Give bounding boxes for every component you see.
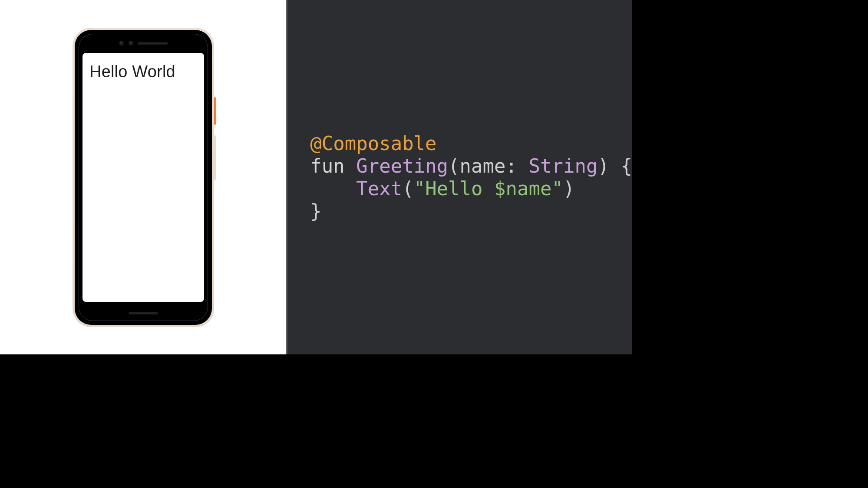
phone-top-sensors [75,40,212,46]
code-param-name: name [460,155,506,177]
code-indent [310,177,356,200]
phone-volume-button-icon [214,135,216,180]
speaker-icon [129,312,158,314]
code-string-literal: "Hello $name" [414,177,563,200]
code-annotation: @Composable [310,132,436,154]
front-camera-icon [128,40,134,46]
code-call-name: Text [356,177,402,200]
left-panel: Hello World [0,0,287,354]
phone-mockup: Hello World [73,28,214,327]
phone-power-button-icon [214,97,216,125]
code-function-name: Greeting [356,155,448,177]
code-punc: ( [448,155,460,177]
code-punc: ( [402,177,414,200]
code-block: @Composable fun Greeting(name: String) {… [310,132,632,223]
slide: Hello World @Composable fun Greeting(nam… [0,0,632,355]
code-keyword-fun: fun [310,155,344,177]
code-brace-close: } [310,200,322,222]
screen-text: Hello World [89,62,197,81]
code-punc: ) [563,177,575,200]
phone-screen: Hello World [83,53,204,302]
front-camera-icon [119,40,125,46]
sensor-icon [166,43,168,44]
code-punc: ) { [598,155,632,177]
code-param-type: String [529,155,598,177]
code-punc: : [506,155,529,177]
earpiece-icon [138,42,168,45]
phone-frame: Hello World [75,30,212,325]
code-panel: @Composable fun Greeting(name: String) {… [287,0,632,354]
